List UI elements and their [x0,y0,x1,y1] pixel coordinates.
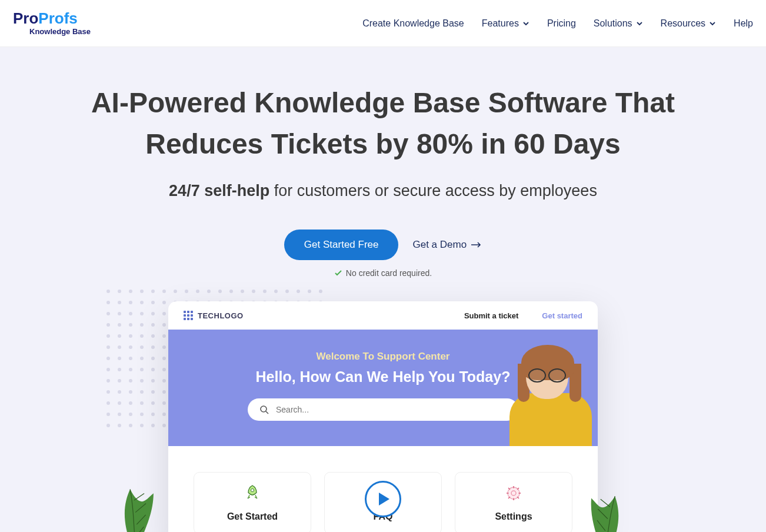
card-title: Get Started [212,511,293,522]
site-header: ProProfs Knowledge Base Create Knowledge… [0,0,766,47]
demo-links: Submit a ticket Get started [464,311,582,320]
search-icon [259,405,269,414]
chevron-down-icon [709,20,716,27]
search-input[interactable] [276,405,507,414]
hero-section: AI-Powered Knowledge Base Software That … [0,47,766,532]
logo-part1: Pro [13,9,38,27]
demo-banner: Welcome To Support Center Hello, How Can… [168,330,598,446]
svg-point-1 [251,489,254,492]
svg-point-0 [261,406,267,412]
hero-title: AI-Powered Knowledge Base Software That … [89,82,677,164]
demo-get-started-link[interactable]: Get started [542,311,582,320]
rocket-icon [244,484,261,502]
logo[interactable]: ProProfs Knowledge Base [13,11,91,36]
chevron-down-icon [522,20,529,27]
check-icon [334,269,342,277]
svg-point-6 [508,487,519,499]
grid-icon [184,311,193,320]
get-demo-link[interactable]: Get a Demo [412,239,482,251]
hero-subtitle: 24/7 self-help for customers or secure a… [12,182,754,200]
nav-resources[interactable]: Resources [661,18,716,29]
logo-part2: Profs [38,9,77,27]
demo-logo: TECHLOGO [184,311,244,320]
nav-features[interactable]: Features [482,18,529,29]
play-icon [379,493,389,506]
logo-subtitle: Knowledge Base [29,27,91,36]
card-get-started[interactable]: Get Started [194,472,311,532]
nav-help[interactable]: Help [734,18,753,29]
cta-row: Get Started Free Get a Demo [12,230,754,260]
arrow-right-icon [471,242,482,248]
nav-solutions[interactable]: Solutions [594,18,643,29]
card-settings[interactable]: Settings [455,472,572,532]
person-illustration [504,330,598,446]
gear-icon [505,484,522,502]
demo-search[interactable] [248,398,518,421]
card-title: Settings [473,511,554,522]
chevron-down-icon [636,20,643,27]
play-video-button[interactable] [365,481,401,517]
no-credit-card: No credit card required. [12,268,754,278]
submit-ticket-link[interactable]: Submit a ticket [464,311,518,320]
get-started-free-button[interactable]: Get Started Free [284,230,399,260]
nav-pricing[interactable]: Pricing [547,18,576,29]
nav-create-kb[interactable]: Create Knowledge Base [362,18,464,29]
main-nav: Create Knowledge Base Features Pricing S… [362,18,753,29]
demo-topbar: TECHLOGO Submit a ticket Get started [168,301,598,330]
